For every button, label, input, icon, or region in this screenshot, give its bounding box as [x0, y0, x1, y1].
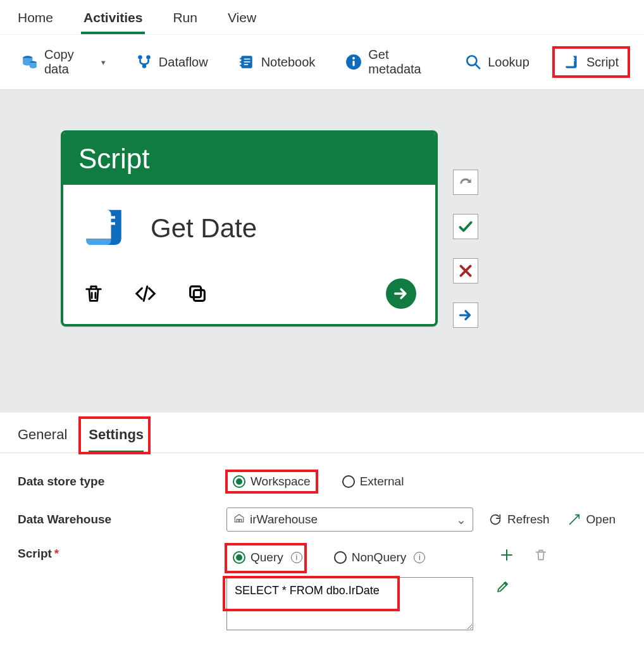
script-icon — [564, 54, 580, 70]
top-tab-bar: Home Activities Run View — [0, 0, 644, 35]
copy-data-icon — [22, 54, 38, 70]
svg-rect-22 — [101, 228, 110, 231]
svg-rect-21 — [101, 222, 115, 225]
svg-rect-9 — [244, 59, 250, 60]
svg-rect-17 — [569, 58, 575, 59]
script-label: Script* — [18, 547, 226, 561]
data-warehouse-label: Data Warehouse — [18, 513, 226, 526]
svg-point-15 — [468, 56, 477, 65]
refresh-button[interactable]: Refresh — [488, 513, 550, 526]
search-icon — [465, 54, 481, 70]
on-completion-handle[interactable] — [453, 302, 478, 328]
copy-data-button[interactable]: Copy data ▾ — [15, 44, 112, 80]
data-warehouse-value: irWarehouse — [250, 513, 318, 526]
delete-button[interactable] — [82, 282, 105, 305]
svg-rect-23 — [194, 290, 204, 301]
svg-rect-18 — [569, 60, 575, 61]
nonquery-radio[interactable]: NonQuery i — [328, 547, 432, 568]
svg-rect-10 — [244, 61, 250, 63]
notebook-icon — [238, 54, 255, 70]
delete-script-button[interactable] — [533, 547, 549, 563]
add-script-button[interactable] — [498, 547, 515, 563]
open-label: Open — [586, 513, 616, 526]
notebook-button[interactable]: Notebook — [232, 50, 322, 74]
activity-title: Get Date — [151, 213, 257, 244]
chevron-down-icon: ⌄ — [456, 513, 466, 527]
warehouse-icon — [233, 513, 245, 527]
svg-point-14 — [352, 57, 355, 59]
dataflow-icon — [136, 54, 152, 70]
pipeline-canvas[interactable]: Script Get Date — [0, 90, 644, 413]
activity-type-header: Script — [63, 133, 435, 185]
workspace-radio-label: Workspace — [251, 475, 311, 489]
info-icon[interactable]: i — [291, 552, 302, 563]
dataflow-button[interactable]: Dataflow — [130, 50, 214, 74]
lookup-button[interactable]: Lookup — [459, 50, 536, 74]
open-button[interactable]: Open — [567, 513, 616, 526]
svg-rect-19 — [569, 62, 573, 63]
on-skip-handle[interactable] — [453, 170, 478, 195]
script-label: Script — [586, 55, 619, 70]
copy-data-label: Copy data — [44, 47, 92, 77]
activity-output-handles — [453, 170, 478, 328]
svg-rect-20 — [101, 216, 115, 219]
data-store-type-label: Data store type — [18, 475, 226, 489]
svg-rect-7 — [240, 61, 242, 63]
tab-general[interactable]: General — [18, 427, 67, 452]
tab-view[interactable]: View — [225, 6, 259, 34]
info-icon — [345, 54, 362, 70]
external-radio-label: External — [360, 475, 404, 489]
svg-rect-8 — [240, 65, 242, 66]
activities-toolbar: Copy data ▾ Dataflow Notebook Get metada… — [0, 35, 644, 90]
workspace-radio[interactable]: Workspace — [226, 471, 317, 492]
tab-activities[interactable]: Activities — [81, 6, 145, 34]
lookup-label: Lookup — [488, 55, 529, 70]
properties-tab-bar: General Settings — [0, 413, 644, 453]
svg-point-3 — [146, 55, 151, 59]
get-metadata-label: Get metadata — [368, 47, 435, 77]
tab-run[interactable]: Run — [170, 6, 200, 34]
notebook-label: Notebook — [261, 55, 316, 70]
on-fail-handle[interactable] — [453, 258, 478, 284]
external-radio[interactable]: External — [336, 471, 411, 492]
run-arrow-button[interactable] — [386, 278, 416, 309]
info-icon[interactable]: i — [414, 552, 425, 563]
tab-settings[interactable]: Settings — [89, 427, 144, 452]
svg-rect-11 — [244, 64, 248, 65]
on-success-handle[interactable] — [453, 214, 478, 239]
edit-script-button[interactable] — [495, 578, 511, 595]
data-warehouse-select[interactable]: irWarehouse ⌄ — [226, 508, 473, 532]
get-metadata-button[interactable]: Get metadata — [339, 44, 441, 80]
script-text-input[interactable] — [226, 577, 473, 630]
refresh-label: Refresh — [507, 513, 550, 526]
nonquery-radio-label: NonQuery — [352, 551, 407, 564]
settings-form: Data store type Workspace External Data … — [0, 453, 644, 648]
script-icon — [82, 204, 132, 253]
query-radio-label: Query — [251, 551, 283, 564]
chevron-down-icon: ▾ — [101, 58, 106, 67]
svg-rect-6 — [240, 58, 242, 59]
svg-point-2 — [138, 55, 142, 59]
code-button[interactable] — [133, 282, 158, 305]
svg-rect-13 — [353, 61, 355, 66]
script-activity-card[interactable]: Script Get Date — [61, 130, 438, 327]
dataflow-label: Dataflow — [159, 55, 208, 70]
tab-home[interactable]: Home — [15, 6, 56, 34]
svg-rect-24 — [190, 287, 201, 297]
query-radio[interactable]: Query i — [226, 547, 309, 568]
copy-button[interactable] — [186, 282, 209, 305]
svg-line-16 — [476, 64, 481, 69]
script-button[interactable]: Script — [554, 47, 629, 77]
